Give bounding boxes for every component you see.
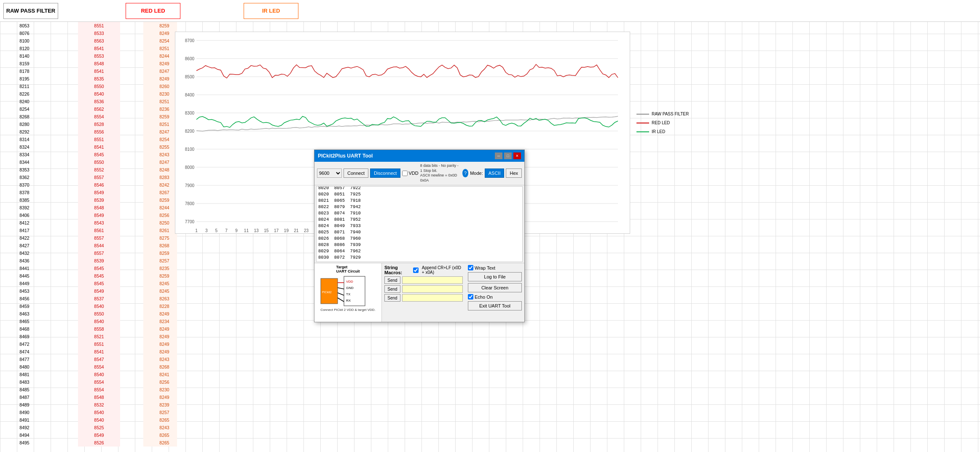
dialog-bottom: TargetUART Circuit VDD GND TX RX PICkit2 — [314, 263, 524, 322]
table-row: 8244 — [143, 204, 177, 211]
table-row: 8324 — [3, 143, 46, 151]
send-button-2[interactable]: Send — [384, 285, 400, 293]
table-row: 8490 — [3, 409, 46, 416]
dialog-toolbar: 9600192003840057600115200 Connect Discon… — [314, 162, 524, 185]
table-row: 8549 — [78, 189, 120, 196]
maximize-button[interactable]: □ — [504, 152, 512, 159]
macro-input-2[interactable] — [402, 285, 463, 293]
table-row: 8441 — [3, 265, 46, 272]
table-row: 8234 — [143, 318, 177, 325]
table-row: 8241 — [143, 371, 177, 378]
table-row: 8251 — [143, 120, 177, 128]
table-row: 8257 — [143, 409, 177, 416]
ir-column: 8259824982548251824482498247824982608230… — [143, 22, 177, 447]
macro-row-2: Send — [384, 285, 463, 293]
legend-raw-label: RAW PASS FILTER — [652, 112, 689, 116]
table-row: 8053 — [3, 22, 46, 29]
echo-on-container[interactable]: Echo On — [468, 294, 522, 300]
uart-dialog: PICkit2Plus UART Tool ─ □ ✕ 960019200384… — [314, 150, 525, 322]
string-macros-label: String Macros: — [384, 265, 410, 275]
table-row: 8261 — [143, 227, 177, 234]
table-row: 8240 — [3, 98, 46, 105]
table-row: 8140 — [3, 52, 46, 60]
wrap-text-container[interactable]: Wrap Text — [468, 265, 522, 270]
table-row: 8226 — [3, 90, 46, 98]
table-row: 8528 — [78, 120, 120, 128]
table-row: 8468 — [3, 325, 46, 333]
table-row: 8545 — [78, 151, 120, 158]
table-row: 8445 — [3, 272, 46, 280]
table-row: 8120 — [3, 45, 46, 52]
macro-input-3[interactable] — [402, 294, 463, 302]
close-button[interactable]: ✕ — [513, 152, 521, 159]
table-row: 8549 — [78, 287, 120, 295]
chart-legend: RAW PASS FILTER RED LED IR LED — [636, 112, 980, 134]
echo-on-checkbox[interactable] — [468, 294, 473, 300]
table-row: 8453 — [3, 287, 46, 295]
table-row: 8249 — [143, 75, 177, 83]
macro-row-3: Send — [384, 294, 463, 302]
table-row: 8539 — [78, 196, 120, 204]
hex-mode-button[interactable]: Hex — [506, 168, 522, 178]
help-button[interactable]: ? — [462, 169, 468, 177]
header-row: RAW PASS FILTER RED LED IR LED — [0, 0, 980, 22]
table-row: 8260 — [143, 83, 177, 90]
macros-section: String Macros: Append CR+LF (x0D + x0A) … — [382, 263, 465, 322]
circuit-diagram: TargetUART Circuit VDD GND TX RX PICkit2 — [314, 263, 382, 322]
baud-rate-select[interactable]: 9600192003840057600115200 — [317, 168, 342, 178]
table-row: 8480 — [3, 363, 46, 371]
macros-header: String Macros: Append CR+LF (x0D + x0A) — [384, 265, 463, 275]
clear-screen-button[interactable]: Clear Screen — [468, 283, 522, 292]
red-column: 8551853385638541855385488541853585508540… — [78, 22, 120, 447]
table-row: 8254 — [143, 37, 177, 45]
table-row: 8259 — [143, 249, 177, 257]
disconnect-button[interactable]: Disconnect — [370, 168, 400, 178]
macro-input-1[interactable] — [402, 276, 463, 284]
connect-button[interactable]: Connect — [344, 168, 368, 178]
legend-red-line — [636, 123, 649, 123]
table-row: 8250 — [143, 219, 177, 227]
table-row: 8540 — [78, 409, 120, 416]
send-button-1[interactable]: Send — [384, 276, 400, 284]
table-row: 8280 — [3, 120, 46, 128]
uart-data-display[interactable]: 8021 8078 79188020 8034 79128020 8051 79… — [316, 186, 523, 262]
table-row: 8540 — [78, 416, 120, 424]
minimize-button[interactable]: ─ — [495, 152, 502, 159]
svg-text:PICkit2: PICkit2 — [322, 291, 332, 294]
ascii-mode-button[interactable]: ASCII — [485, 168, 505, 178]
table-row: 8412 — [3, 219, 46, 227]
info-text: 8 data bits - No parity - 1 Stop bit.ASC… — [420, 163, 461, 183]
table-row: 8159 — [3, 60, 46, 67]
append-crlf-checkbox[interactable] — [413, 267, 419, 273]
table-row: 8491 — [3, 416, 46, 424]
table-row: 8100 — [3, 37, 46, 45]
table-row: 8541 — [78, 67, 120, 75]
table-row: 8249 — [143, 325, 177, 333]
table-row: 8242 — [143, 181, 177, 189]
table-row: 8551 — [78, 22, 120, 29]
vdd-checkbox[interactable] — [402, 171, 408, 176]
table-row: 8549 — [78, 431, 120, 439]
titlebar-controls[interactable]: ─ □ ✕ — [495, 152, 521, 159]
table-row: 8537 — [78, 295, 120, 302]
table-row: 8292 — [3, 128, 46, 136]
table-row: 8257 — [143, 257, 177, 265]
log-to-file-button[interactable]: Log to File — [468, 272, 522, 281]
table-row: 8545 — [78, 272, 120, 280]
send-button-3[interactable]: Send — [384, 294, 400, 302]
table-row: 8314 — [3, 136, 46, 143]
vdd-checkbox-container[interactable]: VDD — [402, 171, 418, 176]
table-row: 8362 — [3, 174, 46, 181]
legend-red: RED LED — [636, 120, 980, 125]
wrap-text-checkbox[interactable] — [468, 265, 473, 270]
table-row: 8334 — [3, 151, 46, 158]
table-row: 8463 — [3, 310, 46, 318]
table-row: 8211 — [3, 83, 46, 90]
dialog-titlebar: PICkit2Plus UART Tool ─ □ ✕ — [314, 150, 524, 162]
echo-on-label: Echo On — [475, 294, 493, 300]
table-row: 8249 — [143, 340, 177, 348]
exit-uart-button[interactable]: Exit UART Tool — [468, 301, 522, 310]
table-row: 8195 — [3, 75, 46, 83]
table-row: 8370 — [3, 181, 46, 189]
dialog-title: PICkit2Plus UART Tool — [318, 153, 373, 159]
